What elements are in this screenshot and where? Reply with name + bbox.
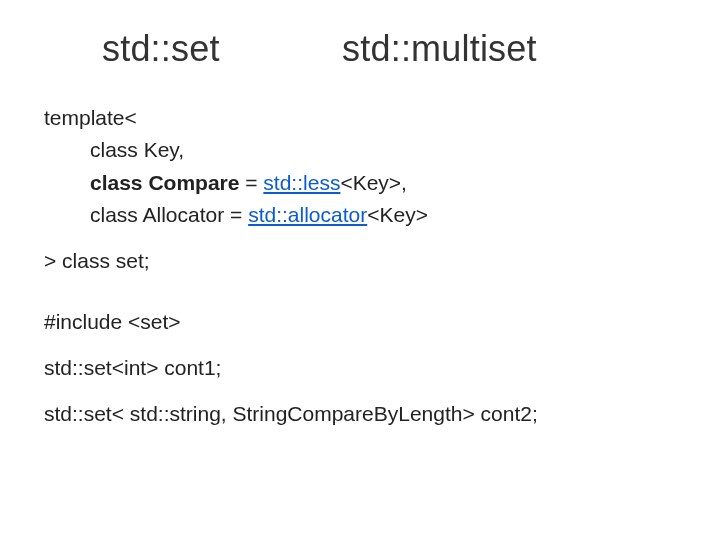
- template-close: > class set;: [44, 247, 676, 275]
- slide-body: template< class Key, class Compare = std…: [44, 104, 676, 429]
- slide: std::set std::multiset template< class K…: [0, 0, 720, 540]
- template-open: template<: [44, 104, 676, 132]
- template-param-compare: class Compare = std::less<Key>,: [44, 169, 676, 197]
- spacer: [44, 340, 676, 354]
- template-param-allocator: class Allocator = std::allocator<Key>: [44, 201, 676, 229]
- compare-suffix: <Key>,: [340, 171, 407, 194]
- allocator-prefix: class Allocator =: [90, 203, 248, 226]
- compare-eq: =: [239, 171, 263, 194]
- allocator-suffix: <Key>: [367, 203, 428, 226]
- declaration-cont1: std::set<int> cont1;: [44, 354, 676, 382]
- include-directive: #include <set>: [44, 308, 676, 336]
- declaration-cont2: std::set< std::string, StringCompareByLe…: [44, 400, 676, 428]
- spacer: [44, 294, 676, 308]
- slide-title: std::set std::multiset: [44, 28, 676, 70]
- spacer: [44, 233, 676, 247]
- spacer: [44, 386, 676, 400]
- compare-label: class Compare: [90, 171, 239, 194]
- std-allocator-link[interactable]: std::allocator: [248, 203, 367, 226]
- template-param-key: class Key,: [44, 136, 676, 164]
- spacer: [44, 280, 676, 294]
- std-less-link[interactable]: std::less: [263, 171, 340, 194]
